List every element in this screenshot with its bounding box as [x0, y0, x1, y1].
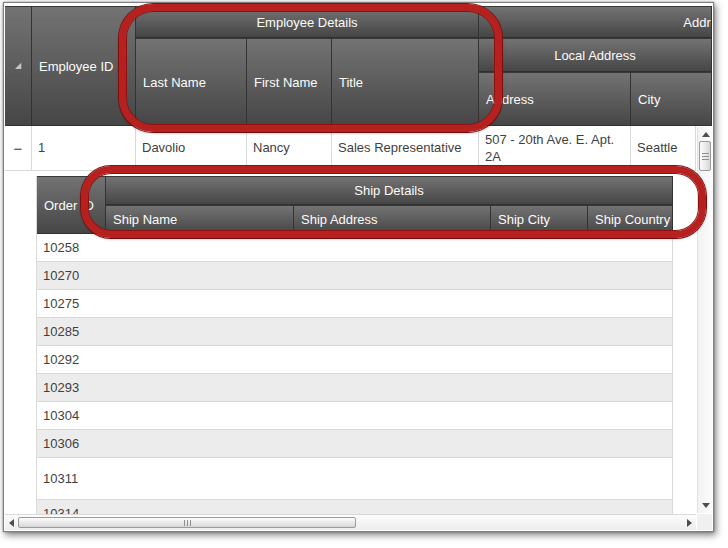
column-header-first-name[interactable]: First Name: [247, 38, 332, 126]
order-id-cell[interactable]: 10275: [37, 290, 673, 318]
order-id-cell[interactable]: 10293: [37, 374, 673, 402]
order-id-cell[interactable]: 10314: [37, 500, 673, 514]
city-cell[interactable]: Seattle: [631, 126, 696, 171]
column-group-address-details[interactable]: Addre: [479, 6, 712, 38]
order-row: 10292 Tradiçao Hipermercados Av. Inês de…: [37, 346, 673, 374]
order-row: 10270 Wartian Herkku Torikatu 38 Oulu Fi…: [37, 262, 673, 290]
scroll-right-arrow-icon[interactable]: [687, 519, 692, 527]
column-header-ship-name[interactable]: Ship Name: [106, 205, 294, 234]
column-header-ship-city[interactable]: Ship City: [491, 205, 588, 234]
column-header-ship-address[interactable]: Ship Address: [294, 205, 491, 234]
scroll-up-arrow-icon[interactable]: [702, 132, 710, 137]
scroll-down-arrow-icon[interactable]: [702, 503, 710, 508]
column-header-city[interactable]: City: [631, 72, 712, 126]
employee-id-cell[interactable]: 1: [32, 126, 136, 171]
address-cell[interactable]: 507 - 20th Ave. E. Apt. 2A: [479, 126, 631, 171]
thumb-grip-icon: [702, 153, 709, 154]
column-group-ship-details[interactable]: Ship Details: [106, 176, 673, 205]
order-row: 10311 Du monde entier 67, rue des Cinqua…: [37, 458, 673, 500]
order-id-cell[interactable]: 10285: [37, 318, 673, 346]
order-row: 10304 Tortuga Restaurante Avda. Azteca 1…: [37, 402, 673, 430]
column-header-employee-id[interactable]: Employee ID: [32, 6, 136, 126]
column-header-last-name[interactable]: Last Name: [136, 38, 247, 126]
order-id-cell[interactable]: 10258: [37, 234, 673, 262]
thumb-grip-icon: [702, 159, 709, 160]
orders-nested-grid: Order ID Ship Details Ship Name Ship Add…: [36, 176, 673, 514]
order-row: 10258 Ernst Handel Kirchgasse 6 Graz Aus…: [37, 234, 673, 262]
order-row: 10285 QUICK-Stop Taucherstraße 10 Cunewa…: [37, 318, 673, 346]
collapse-minus-icon: −: [14, 141, 23, 156]
grid-window: ◢ Employee ID Employee Details Last Name…: [3, 2, 714, 532]
corner-expander-icon: ◢: [15, 62, 21, 70]
order-id-cell[interactable]: 10270: [37, 262, 673, 290]
title-cell[interactable]: Sales Representative: [332, 126, 479, 171]
thumb-grip-icon: [187, 520, 188, 526]
order-id-cell[interactable]: 10306: [37, 430, 673, 458]
order-row: 10306 Romero y tomillo Gran Vía, 1 Madri…: [37, 430, 673, 458]
column-group-employee-details[interactable]: Employee Details: [136, 6, 479, 38]
column-header-title[interactable]: Title: [332, 38, 479, 126]
column-group-address-details-label: Addre: [683, 7, 712, 37]
select-all-corner-button[interactable]: ◢: [5, 6, 32, 126]
thumb-grip-icon: [190, 520, 191, 526]
employee-row: − 1 Davolio Nancy Sales Representative 5…: [5, 126, 696, 171]
order-id-cell[interactable]: 10304: [37, 402, 673, 430]
screenshot-stage: ◢ Employee ID Employee Details Last Name…: [0, 0, 728, 548]
thumb-grip-icon: [184, 520, 185, 526]
thumb-grip-icon: [702, 156, 709, 157]
orders-header: Order ID Ship Details Ship Name Ship Add…: [37, 176, 673, 234]
order-id-cell[interactable]: 10311: [37, 458, 673, 500]
scrollbar-corner: [697, 514, 712, 530]
horizontal-scrollbar-thumb[interactable]: [18, 517, 356, 528]
scroll-left-arrow-icon[interactable]: [9, 519, 14, 527]
order-row: 10314 Rattlesnake Canyon Grocery 2817 Mi…: [37, 500, 673, 514]
vertical-scrollbar-thumb[interactable]: [699, 141, 711, 171]
column-header-address[interactable]: Address: [479, 72, 631, 126]
vertical-scrollbar[interactable]: [697, 127, 712, 513]
column-group-local-address[interactable]: Local Address: [479, 38, 712, 72]
last-name-cell[interactable]: Davolio: [136, 126, 247, 171]
order-id-cell[interactable]: 10292: [37, 346, 673, 374]
horizontal-scrollbar[interactable]: [5, 514, 696, 530]
order-row: 10293 Tortuga Restaurante Avda. Azteca 1…: [37, 374, 673, 402]
first-name-cell[interactable]: Nancy: [247, 126, 332, 171]
column-header-order-id[interactable]: Order ID: [37, 176, 106, 234]
order-row: 10275 Magazzini Alimentari Riuniti Via L…: [37, 290, 673, 318]
column-header-ship-country[interactable]: Ship Country: [588, 205, 673, 234]
row-collapse-toggle[interactable]: −: [5, 126, 32, 171]
